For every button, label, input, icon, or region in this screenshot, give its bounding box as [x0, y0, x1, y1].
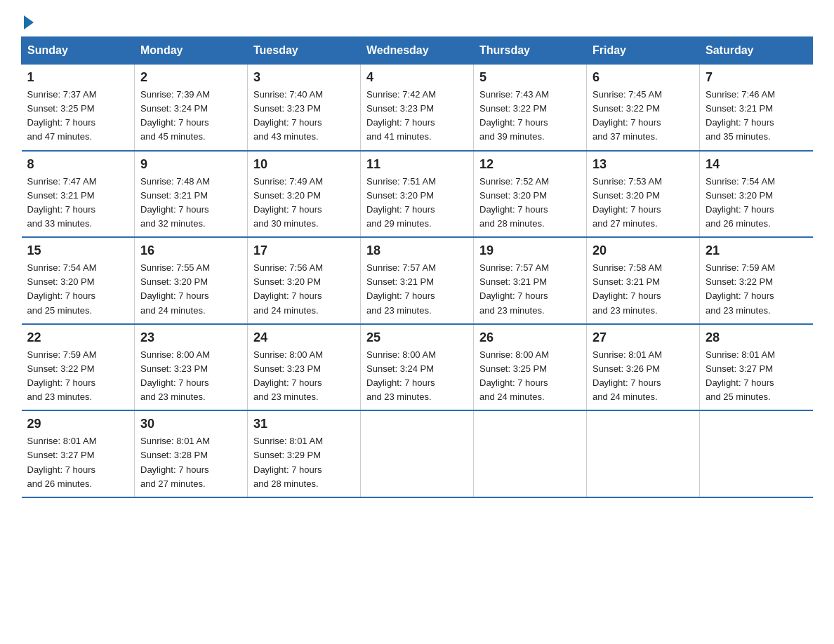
- day-info: Sunrise: 7:45 AMSunset: 3:22 PMDaylight:…: [593, 88, 694, 145]
- day-info: Sunrise: 8:00 AMSunset: 3:23 PMDaylight:…: [253, 348, 355, 405]
- day-number: 6: [593, 70, 694, 85]
- day-info: Sunrise: 8:00 AMSunset: 3:23 PMDaylight:…: [140, 348, 241, 405]
- day-number: 2: [140, 70, 241, 85]
- day-info: Sunrise: 8:01 AMSunset: 3:26 PMDaylight:…: [593, 348, 694, 405]
- weekday-header-sunday: Sunday: [22, 37, 135, 65]
- day-number: 12: [479, 157, 581, 172]
- day-number: 19: [479, 243, 581, 258]
- day-cell: 11 Sunrise: 7:51 AMSunset: 3:20 PMDaylig…: [361, 151, 474, 238]
- day-number: 3: [253, 70, 355, 85]
- day-cell: 30 Sunrise: 8:01 AMSunset: 3:28 PMDaylig…: [135, 410, 248, 497]
- day-number: 16: [140, 243, 241, 258]
- day-info: Sunrise: 8:00 AMSunset: 3:25 PMDaylight:…: [479, 348, 581, 405]
- day-number: 26: [479, 330, 581, 345]
- day-cell: 19 Sunrise: 7:57 AMSunset: 3:21 PMDaylig…: [474, 237, 587, 324]
- day-number: 9: [140, 157, 241, 172]
- day-info: Sunrise: 7:51 AMSunset: 3:20 PMDaylight:…: [366, 175, 468, 232]
- day-number: 7: [706, 70, 807, 85]
- day-info: Sunrise: 7:43 AMSunset: 3:22 PMDaylight:…: [479, 88, 581, 145]
- day-info: Sunrise: 7:53 AMSunset: 3:20 PMDaylight:…: [593, 175, 694, 232]
- day-number: 11: [366, 157, 468, 172]
- day-number: 27: [593, 330, 694, 345]
- day-number: 25: [366, 330, 468, 345]
- day-number: 8: [27, 157, 129, 172]
- day-info: Sunrise: 7:59 AMSunset: 3:22 PMDaylight:…: [706, 261, 807, 318]
- day-info: Sunrise: 7:54 AMSunset: 3:20 PMDaylight:…: [706, 175, 807, 232]
- day-cell: [587, 410, 700, 497]
- day-cell: 4 Sunrise: 7:42 AMSunset: 3:23 PMDayligh…: [361, 65, 474, 151]
- day-cell: 14 Sunrise: 7:54 AMSunset: 3:20 PMDaylig…: [700, 151, 813, 238]
- day-info: Sunrise: 8:00 AMSunset: 3:24 PMDaylight:…: [366, 348, 468, 405]
- day-info: Sunrise: 8:01 AMSunset: 3:27 PMDaylight:…: [706, 348, 807, 405]
- weekday-header-wednesday: Wednesday: [361, 37, 474, 65]
- week-row-2: 8 Sunrise: 7:47 AMSunset: 3:21 PMDayligh…: [22, 151, 813, 238]
- day-cell: 17 Sunrise: 7:56 AMSunset: 3:20 PMDaylig…: [248, 237, 361, 324]
- day-cell: 22 Sunrise: 7:59 AMSunset: 3:22 PMDaylig…: [22, 324, 135, 411]
- logo-general: [21, 14, 34, 28]
- week-row-1: 1 Sunrise: 7:37 AMSunset: 3:25 PMDayligh…: [22, 65, 813, 151]
- day-number: 30: [140, 417, 241, 431]
- day-info: Sunrise: 7:59 AMSunset: 3:22 PMDaylight:…: [27, 348, 129, 405]
- day-info: Sunrise: 7:55 AMSunset: 3:20 PMDaylight:…: [140, 261, 241, 318]
- day-info: Sunrise: 7:52 AMSunset: 3:20 PMDaylight:…: [479, 175, 581, 232]
- day-cell: 28 Sunrise: 8:01 AMSunset: 3:27 PMDaylig…: [700, 324, 813, 411]
- day-info: Sunrise: 7:42 AMSunset: 3:23 PMDaylight:…: [366, 88, 468, 145]
- day-info: Sunrise: 7:56 AMSunset: 3:20 PMDaylight:…: [253, 261, 355, 318]
- day-cell: 31 Sunrise: 8:01 AMSunset: 3:29 PMDaylig…: [248, 410, 361, 497]
- day-number: 10: [253, 157, 355, 172]
- day-cell: [700, 410, 813, 497]
- day-cell: 24 Sunrise: 8:00 AMSunset: 3:23 PMDaylig…: [248, 324, 361, 411]
- day-cell: 21 Sunrise: 7:59 AMSunset: 3:22 PMDaylig…: [700, 237, 813, 324]
- day-info: Sunrise: 8:01 AMSunset: 3:28 PMDaylight:…: [140, 434, 241, 491]
- logo-arrow-icon: [24, 15, 34, 29]
- day-number: 17: [253, 243, 355, 258]
- day-cell: 3 Sunrise: 7:40 AMSunset: 3:23 PMDayligh…: [248, 65, 361, 151]
- day-cell: 16 Sunrise: 7:55 AMSunset: 3:20 PMDaylig…: [135, 237, 248, 324]
- day-cell: 29 Sunrise: 8:01 AMSunset: 3:27 PMDaylig…: [22, 410, 135, 497]
- day-info: Sunrise: 8:01 AMSunset: 3:29 PMDaylight:…: [253, 434, 355, 491]
- day-number: 15: [27, 243, 129, 258]
- day-cell: 12 Sunrise: 7:52 AMSunset: 3:20 PMDaylig…: [474, 151, 587, 238]
- day-info: Sunrise: 7:37 AMSunset: 3:25 PMDaylight:…: [27, 88, 129, 145]
- day-info: Sunrise: 7:54 AMSunset: 3:20 PMDaylight:…: [27, 261, 129, 318]
- weekday-header-friday: Friday: [587, 37, 700, 65]
- week-row-4: 22 Sunrise: 7:59 AMSunset: 3:22 PMDaylig…: [22, 324, 813, 411]
- day-cell: 10 Sunrise: 7:49 AMSunset: 3:20 PMDaylig…: [248, 151, 361, 238]
- day-number: 21: [706, 243, 807, 258]
- weekday-header-saturday: Saturday: [700, 37, 813, 65]
- day-info: Sunrise: 7:46 AMSunset: 3:21 PMDaylight:…: [706, 88, 807, 145]
- day-cell: 27 Sunrise: 8:01 AMSunset: 3:26 PMDaylig…: [587, 324, 700, 411]
- day-cell: [361, 410, 474, 497]
- day-number: 31: [253, 417, 355, 431]
- day-cell: 5 Sunrise: 7:43 AMSunset: 3:22 PMDayligh…: [474, 65, 587, 151]
- page-header: [21, 14, 813, 22]
- day-number: 1: [27, 70, 129, 85]
- day-number: 24: [253, 330, 355, 345]
- day-number: 29: [27, 417, 129, 431]
- day-info: Sunrise: 7:40 AMSunset: 3:23 PMDaylight:…: [253, 88, 355, 145]
- calendar-table: SundayMondayTuesdayWednesdayThursdayFrid…: [21, 36, 813, 498]
- day-cell: [474, 410, 587, 497]
- weekday-header-tuesday: Tuesday: [248, 37, 361, 65]
- weekday-header-monday: Monday: [135, 37, 248, 65]
- week-row-3: 15 Sunrise: 7:54 AMSunset: 3:20 PMDaylig…: [22, 237, 813, 324]
- day-info: Sunrise: 7:57 AMSunset: 3:21 PMDaylight:…: [479, 261, 581, 318]
- day-cell: 25 Sunrise: 8:00 AMSunset: 3:24 PMDaylig…: [361, 324, 474, 411]
- day-cell: 23 Sunrise: 8:00 AMSunset: 3:23 PMDaylig…: [135, 324, 248, 411]
- day-cell: 18 Sunrise: 7:57 AMSunset: 3:21 PMDaylig…: [361, 237, 474, 324]
- day-number: 22: [27, 330, 129, 345]
- day-info: Sunrise: 7:58 AMSunset: 3:21 PMDaylight:…: [593, 261, 694, 318]
- day-number: 18: [366, 243, 468, 258]
- day-number: 14: [706, 157, 807, 172]
- day-info: Sunrise: 8:01 AMSunset: 3:27 PMDaylight:…: [27, 434, 129, 491]
- day-cell: 1 Sunrise: 7:37 AMSunset: 3:25 PMDayligh…: [22, 65, 135, 151]
- weekday-header-row: SundayMondayTuesdayWednesdayThursdayFrid…: [22, 37, 813, 65]
- day-info: Sunrise: 7:39 AMSunset: 3:24 PMDaylight:…: [140, 88, 241, 145]
- day-cell: 6 Sunrise: 7:45 AMSunset: 3:22 PMDayligh…: [587, 65, 700, 151]
- day-number: 20: [593, 243, 694, 258]
- day-cell: 13 Sunrise: 7:53 AMSunset: 3:20 PMDaylig…: [587, 151, 700, 238]
- day-info: Sunrise: 7:47 AMSunset: 3:21 PMDaylight:…: [27, 175, 129, 232]
- day-number: 28: [706, 330, 807, 345]
- day-cell: 7 Sunrise: 7:46 AMSunset: 3:21 PMDayligh…: [700, 65, 813, 151]
- day-number: 23: [140, 330, 241, 345]
